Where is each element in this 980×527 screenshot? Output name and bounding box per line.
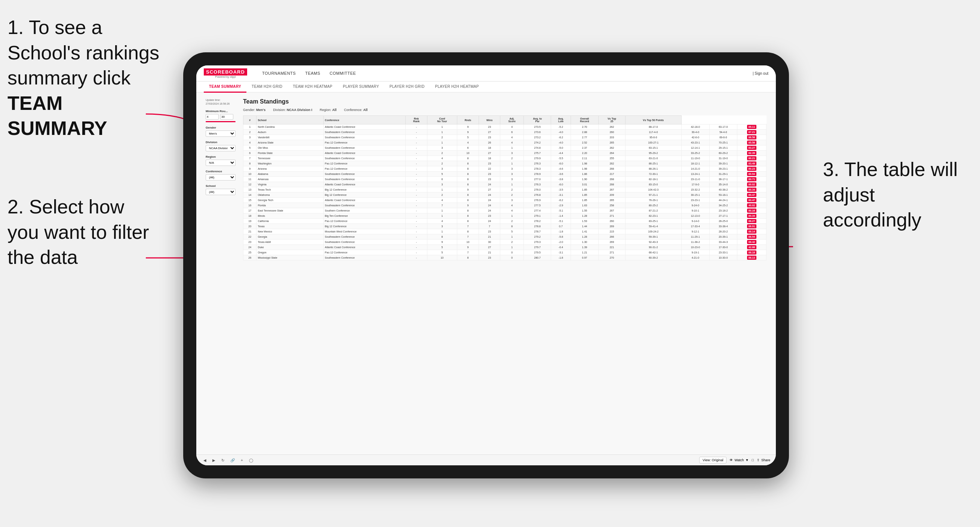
table-cell: 13 (243, 187, 256, 192)
table-row: 26Mississippi StateSoutheastern Conferen… (243, 255, 767, 260)
sign-out-link[interactable]: | Sign out (752, 71, 768, 76)
table-cell: 24 (479, 198, 500, 203)
table-cell: 8 (457, 166, 479, 171)
table-cell: 3 (500, 151, 523, 156)
school-select[interactable]: (All) (206, 189, 235, 195)
filter-max-input[interactable] (220, 114, 233, 120)
table-cell: 4 (500, 135, 523, 140)
table-cell: 10 (243, 171, 256, 177)
table-cell: 5 (427, 171, 457, 177)
division-select[interactable]: NCAA Division I (206, 145, 235, 151)
table-cell: 26 (243, 255, 256, 260)
table-cell: 278.9 (524, 171, 551, 177)
table-cell: 262 (599, 124, 625, 130)
table-cell: 258 (599, 203, 625, 208)
nav-committee[interactable]: COMMITTEE (330, 70, 356, 77)
table-cell: 262 (599, 161, 625, 166)
tab-player-h2h-heatmap[interactable]: PLAYER H2H HEATMAP (430, 81, 484, 93)
table-cell: - (406, 124, 427, 130)
table-cell: 1.53 (571, 219, 598, 224)
table-cell: Southeastern Conference (323, 240, 405, 245)
table-cell: 2 (500, 240, 523, 245)
toolbar-add[interactable]: + (239, 457, 245, 463)
table-cell: 1.86 (571, 171, 598, 177)
table-cell: 273.6 (524, 130, 551, 135)
table-cell: 0.97 (571, 255, 598, 260)
table-cell: 267 (599, 208, 625, 213)
table-cell: 1 (427, 187, 457, 192)
nav-bar: SCOREBOARD Powered by clippi TOURNAMENTS… (196, 65, 776, 81)
table-cell: Tennessee (256, 156, 323, 161)
table-cell: 4 (457, 140, 479, 145)
table-cell: 4-21-0 (682, 255, 710, 260)
table-cell: 271 (599, 250, 625, 255)
table-cell: Auburn (256, 130, 323, 135)
table-cell: 274.8 (524, 145, 551, 151)
table-cell: 4 (427, 156, 457, 161)
table-cell: 23 (479, 161, 500, 166)
tab-team-h2h-grid[interactable]: TEAM H2H GRID (247, 81, 288, 93)
table-cell: 36-17-1 (709, 177, 737, 182)
share-btn[interactable]: ⇧ Share (757, 458, 770, 462)
table-cell: 87.21 (737, 130, 767, 135)
table-cell: 42-6-0 (682, 135, 710, 140)
table-cell: 17 (243, 208, 256, 213)
toolbar-share2[interactable]: 🔗 (229, 457, 236, 463)
table-cell: 268 (599, 177, 625, 182)
table-cell: - (406, 161, 427, 166)
table-cell: 83-15-0 (625, 182, 682, 187)
tab-team-h2h-heatmap[interactable]: TEAM H2H HEATMAP (288, 81, 337, 93)
table-cell: 277.0 (524, 177, 551, 182)
view-original-btn[interactable]: View: Original (699, 457, 727, 464)
table-cell: -4.0 (551, 140, 571, 145)
table-cell: -6.2 (551, 135, 571, 140)
conference-select[interactable]: (All) (206, 174, 235, 181)
table-cell: 20 (243, 224, 256, 229)
table-cell: 88-17-0 (625, 124, 682, 130)
table-cell: 266 (599, 234, 625, 240)
toolbar-clock[interactable]: ◯ (248, 457, 255, 463)
table-cell: Oklahoma (256, 192, 323, 198)
table-cell: 9 (457, 203, 479, 208)
table-cell: Southeastern Conference (323, 203, 405, 208)
table-cell: 88.42 (737, 240, 767, 245)
tab-player-h2h-grid[interactable]: PLAYER H2H GRID (384, 81, 430, 93)
table-cell: 7 (457, 224, 479, 229)
table-cell: Georgia Tech (256, 198, 323, 203)
nav-tournaments[interactable]: TOURNAMENTS (262, 70, 296, 77)
toolbar-refresh[interactable]: ↻ (220, 457, 226, 463)
table-cell: 278.3 (524, 166, 551, 171)
table-cell: 278.7 (524, 229, 551, 234)
table-cell: 8 (457, 192, 479, 198)
nav-teams[interactable]: TEAMS (305, 70, 320, 77)
filter-division: Division NCAA Division I (206, 141, 235, 151)
table-cell: - (406, 156, 427, 161)
table-cell: 31-19-0 (709, 156, 737, 161)
table-cell: 269 (599, 224, 625, 229)
table-cell: 23 (479, 213, 500, 219)
toolbar-back[interactable]: ◀ (202, 457, 208, 463)
table-cell: 2 (427, 135, 457, 140)
table-cell: Florida (256, 203, 323, 208)
table-cell: 8 (457, 229, 479, 234)
table-row: 19CaliforniaPac-12 Conference-48242278.2… (243, 219, 767, 224)
table-cell: 11-19-0 (682, 156, 710, 161)
tab-player-summary[interactable]: PLAYER SUMMARY (337, 81, 384, 93)
table-cell: Texas Tech (256, 187, 323, 192)
filter-min-input[interactable] (206, 114, 219, 120)
gender-select[interactable]: Men's (206, 130, 235, 137)
table-cell: 66-42-1 (625, 250, 682, 255)
table-cell: 8 (457, 161, 479, 166)
region-select[interactable]: N/A (206, 160, 235, 166)
table-row: 18IllinoisBig Ten Conference-18231279.1-… (243, 213, 767, 219)
table-cell: 69-6-0 (709, 135, 737, 140)
tab-team-summary[interactable]: TEAM SUMMARY (204, 81, 247, 93)
meta-division: Division: NCAA Division I (273, 108, 312, 112)
table-cell: 0 (500, 250, 523, 255)
toolbar-forward[interactable]: ▶ (211, 457, 217, 463)
table-header-row: # School Conference RnkRank ConfNo Tour … (243, 116, 767, 124)
bottom-toolbar: ◀ ▶ ↻ 🔗 + ◯ View: Original 👁 Watch ▼ □ ⇧… (196, 454, 776, 465)
table-cell: 17-33-4 (682, 224, 710, 229)
watch-btn[interactable]: 👁 Watch ▼ (730, 458, 749, 462)
table-cell: 13-24-1 (682, 171, 710, 177)
